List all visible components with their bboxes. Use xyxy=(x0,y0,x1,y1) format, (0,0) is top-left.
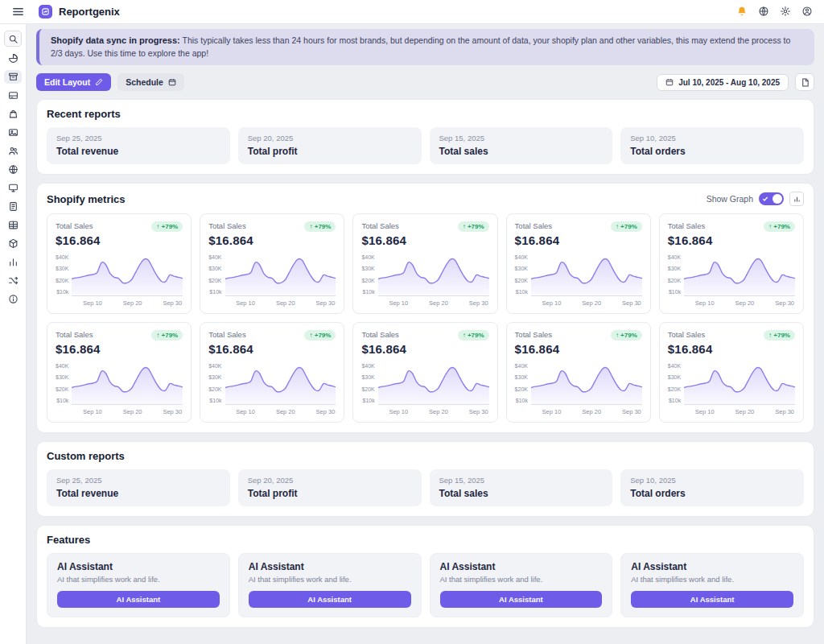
y-axis-tick: $20K xyxy=(361,278,374,283)
metric-card-header: Total Sales↑ +79% xyxy=(56,221,183,232)
chart-view-button[interactable] xyxy=(789,192,804,206)
metric-card-header: Total Sales↑ +79% xyxy=(56,330,183,341)
feature-title: AI Assistant xyxy=(249,561,411,572)
sidebar-item-shuffle[interactable] xyxy=(4,274,22,287)
report-date: Sep 10, 2025 xyxy=(630,134,794,142)
sidebar-item-bar-chart[interactable] xyxy=(4,255,22,269)
sidebar-item-search[interactable] xyxy=(4,31,22,47)
sync-banner: Shopify data sync in progress: This typi… xyxy=(36,29,814,65)
sidebar-item-card-panel[interactable] xyxy=(4,89,22,102)
sidebar-item-info[interactable] xyxy=(4,292,22,306)
feature-description: AI that simplifies work and life. xyxy=(440,575,603,584)
export-button[interactable] xyxy=(795,73,814,91)
metric-card[interactable]: Total Sales↑ +79%$16.864$40K$30K$20K$10k… xyxy=(200,322,344,423)
x-axis: Sep 10Sep 20Sep 30 xyxy=(382,299,488,307)
ai-assistant-button[interactable]: AI Assistant xyxy=(440,591,603,608)
metric-card[interactable]: Total Sales↑ +79%$16.864$40K$30K$20K$10k… xyxy=(659,322,804,423)
ai-assistant-button[interactable]: AI Assistant xyxy=(249,591,411,608)
globe-icon xyxy=(8,164,19,175)
report-card[interactable]: Sep 15, 2025Total sales xyxy=(430,127,613,164)
y-axis-tick: $20K xyxy=(361,386,374,392)
report-card[interactable]: Sep 20, 2025Total profit xyxy=(238,127,422,164)
sidebar-item-document[interactable] xyxy=(4,200,22,213)
y-axis: $40K$30K$20K$10k xyxy=(361,254,377,296)
sidebar-item-image-card[interactable] xyxy=(4,126,22,139)
sidebar-item-globe[interactable] xyxy=(4,163,22,176)
report-card[interactable]: Sep 25, 2025Total revenue xyxy=(47,127,230,164)
x-axis-tick: Sep 30 xyxy=(622,299,641,307)
metric-card[interactable]: Total Sales↑ +79%$16.864$40K$30K$20K$10k… xyxy=(47,322,192,423)
sidebar-item-bag[interactable] xyxy=(4,107,22,121)
bar-chart-icon xyxy=(793,196,801,203)
x-axis-tick: Sep 10 xyxy=(389,299,408,307)
feature-description: AI that simplifies work and life. xyxy=(249,575,411,584)
schedule-button[interactable]: Schedule xyxy=(117,73,184,91)
show-graph-toggle[interactable] xyxy=(759,192,784,205)
sidebar-item-cube[interactable] xyxy=(4,237,22,250)
metric-card[interactable]: Total Sales↑ +79%$16.864$40K$30K$20K$10k… xyxy=(47,213,192,314)
metric-card[interactable]: Total Sales↑ +79%$16.864$40K$30K$20K$10k… xyxy=(506,213,651,314)
report-name: Total profit xyxy=(248,146,412,157)
metric-value: $16.864 xyxy=(56,233,183,247)
x-axis-tick: Sep 10 xyxy=(83,299,102,307)
y-axis-tick: $20K xyxy=(515,278,528,283)
cube-icon xyxy=(8,238,19,249)
metric-label: Total Sales xyxy=(56,221,93,230)
custom-reports-title: Custom reports xyxy=(47,450,804,462)
sidebar-item-archive[interactable] xyxy=(4,70,22,84)
metric-card[interactable]: Total Sales↑ +79%$16.864$40K$30K$20K$10k… xyxy=(352,213,497,314)
report-name: Total orders xyxy=(630,146,794,157)
edit-layout-button[interactable]: Edit Layout xyxy=(36,73,111,91)
y-axis-tick: $20K xyxy=(56,278,68,283)
x-axis-tick: Sep 10 xyxy=(83,408,102,415)
sidebar-item-pie-chart[interactable] xyxy=(4,52,22,65)
metric-card[interactable]: Total Sales↑ +79%$16.864$40K$30K$20K$10k… xyxy=(506,322,651,423)
metric-value: $16.864 xyxy=(668,233,795,247)
ai-assistant-button[interactable]: AI Assistant xyxy=(631,591,793,608)
x-axis-tick: Sep 10 xyxy=(236,299,255,307)
user-icon[interactable] xyxy=(801,6,814,19)
report-card[interactable]: Sep 10, 2025Total orders xyxy=(620,127,804,164)
sidebar-item-table[interactable] xyxy=(4,218,22,232)
sync-banner-title: Shopify data sync in progress: xyxy=(51,35,180,45)
show-graph-label: Show Graph xyxy=(707,194,753,204)
report-card[interactable]: Sep 25, 2025Total revenue xyxy=(47,469,230,506)
pencil-icon xyxy=(95,78,103,86)
metric-change-badge: ↑ +79% xyxy=(611,330,642,341)
metric-grid: Total Sales↑ +79%$16.864$40K$30K$20K$10k… xyxy=(47,213,804,423)
custom-reports-grid: Sep 25, 2025Total revenueSep 20, 2025Tot… xyxy=(47,469,804,506)
y-axis-tick: $40K xyxy=(208,363,221,369)
sidebar-item-monitor[interactable] xyxy=(4,181,22,195)
metric-card[interactable]: Total Sales↑ +79%$16.864$40K$30K$20K$10k… xyxy=(352,322,497,423)
search-icon xyxy=(8,34,19,44)
y-axis-tick: $30K xyxy=(668,266,681,271)
feature-card: AI AssistantAI that simplifies work and … xyxy=(47,553,230,617)
x-axis: Sep 10Sep 20Sep 30 xyxy=(76,408,183,415)
ai-assistant-button[interactable]: AI Assistant xyxy=(57,591,220,608)
app-logo-icon xyxy=(39,5,52,19)
menu-icon[interactable] xyxy=(10,4,26,20)
report-card[interactable]: Sep 20, 2025Total profit xyxy=(238,469,422,506)
report-date: Sep 20, 2025 xyxy=(248,134,412,142)
feature-card: AI AssistantAI that simplifies work and … xyxy=(620,553,804,617)
report-card[interactable]: Sep 10, 2025Total orders xyxy=(620,469,804,506)
app-title: Reportgenix xyxy=(59,6,120,18)
metric-card-header: Total Sales↑ +79% xyxy=(515,330,642,341)
metric-card[interactable]: Total Sales↑ +79%$16.864$40K$30K$20K$10k… xyxy=(659,213,804,314)
metric-value: $16.864 xyxy=(208,233,336,247)
y-axis-tick: $20K xyxy=(668,278,681,283)
bell-icon[interactable] xyxy=(736,6,749,19)
x-axis-tick: Sep 20 xyxy=(429,299,448,307)
metric-card-header: Total Sales↑ +79% xyxy=(361,221,488,232)
gear-icon[interactable] xyxy=(780,6,793,19)
monitor-icon xyxy=(8,183,19,193)
globe-icon[interactable] xyxy=(758,6,771,19)
sparkline-area xyxy=(225,254,336,296)
report-card[interactable]: Sep 15, 2025Total sales xyxy=(430,469,613,506)
y-axis-tick: $40K xyxy=(668,254,681,260)
date-range-picker[interactable]: Jul 10, 2025 - Aug 10, 2025 xyxy=(657,74,789,91)
metric-card[interactable]: Total Sales↑ +79%$16.864$40K$30K$20K$10k… xyxy=(200,213,344,314)
y-axis-tick: $30K xyxy=(515,374,528,380)
sidebar-item-users[interactable] xyxy=(4,144,22,158)
feature-card: AI AssistantAI that simplifies work and … xyxy=(238,553,422,617)
